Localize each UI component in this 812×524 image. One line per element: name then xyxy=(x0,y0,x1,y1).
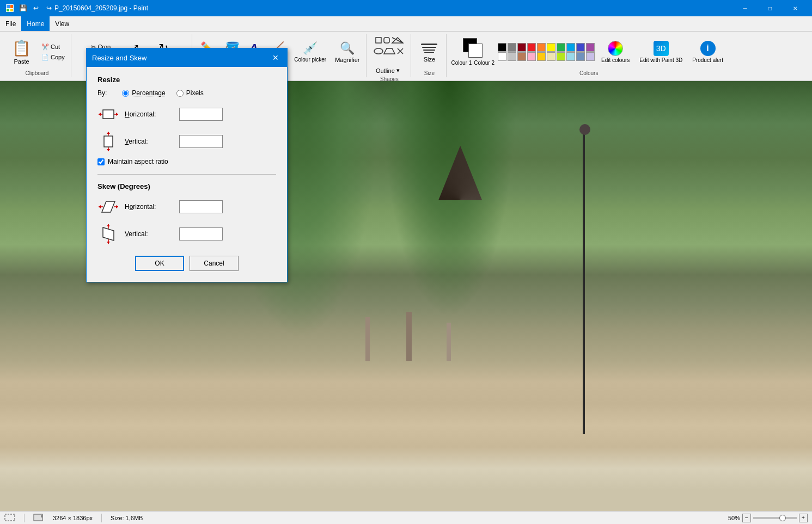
by-label: By: xyxy=(97,89,107,97)
skew-horizontal-row: Horizontal: 0 xyxy=(97,196,276,218)
maintain-aspect-label: Maintain aspect ratio xyxy=(108,158,168,165)
svg-marker-31 xyxy=(107,242,110,244)
svg-marker-27 xyxy=(102,201,115,212)
vertical-resize-row: Vertical: 100 xyxy=(97,131,276,152)
svg-marker-15 xyxy=(99,113,101,116)
dialog-titlebar: Resize and Skew ✕ xyxy=(87,48,287,67)
svg-marker-32 xyxy=(103,227,114,241)
horizontal-resize-label: Horizontal: xyxy=(125,110,174,118)
cancel-button[interactable]: Cancel xyxy=(190,256,239,271)
dialog-divider xyxy=(97,174,276,175)
dialog-body: Resize By: Percentage Pixels xyxy=(87,67,287,282)
svg-marker-29 xyxy=(107,224,110,226)
maintain-aspect-row: Maintain aspect ratio xyxy=(97,158,276,165)
by-radio-group: By: Percentage Pixels xyxy=(97,89,276,97)
skew-section-title: Skew (Degrees) xyxy=(97,182,276,190)
svg-rect-18 xyxy=(104,136,113,147)
maintain-aspect-checkbox[interactable] xyxy=(97,158,105,165)
skew-horizontal-input[interactable]: 0 xyxy=(179,200,223,213)
ok-button[interactable]: OK xyxy=(135,256,184,271)
skew-horizontal-label: Horizontal: xyxy=(125,203,174,211)
svg-marker-17 xyxy=(116,113,118,116)
svg-rect-13 xyxy=(103,110,114,119)
pixels-radio[interactable] xyxy=(176,90,184,97)
resize-section-title: Resize xyxy=(97,76,276,84)
svg-marker-26 xyxy=(116,205,118,208)
horizontal-resize-row: Horizontal: 100 xyxy=(97,103,276,125)
skew-vertical-label: Vertical: xyxy=(125,230,174,238)
resize-skew-dialog: Resize and Skew ✕ Resize By: Percentage … xyxy=(86,48,288,282)
percentage-radio-label[interactable]: Percentage xyxy=(122,89,165,97)
skew-vertical-icon xyxy=(97,223,119,245)
vertical-resize-icon xyxy=(97,131,119,152)
dialog-buttons: OK Cancel xyxy=(97,256,276,271)
horizontal-resize-input[interactable]: 100 xyxy=(179,108,223,121)
skew-vertical-input[interactable]: 0 xyxy=(179,227,223,241)
vertical-resize-label: Vertical: xyxy=(125,138,174,145)
skew-vertical-row: Vertical: 0 xyxy=(97,223,276,245)
skew-horizontal-icon xyxy=(97,196,119,218)
vertical-resize-input[interactable]: 100 xyxy=(179,135,223,148)
horizontal-resize-icon xyxy=(97,103,119,125)
svg-marker-20 xyxy=(107,132,110,134)
svg-marker-24 xyxy=(99,205,101,208)
dialog-title: Resize and Skew xyxy=(92,54,146,62)
dialog-overlay: Resize and Skew ✕ Resize By: Percentage … xyxy=(0,0,812,524)
pixels-radio-label[interactable]: Pixels xyxy=(176,89,204,97)
dialog-close-button[interactable]: ✕ xyxy=(270,52,282,64)
svg-marker-22 xyxy=(107,149,110,151)
percentage-radio[interactable] xyxy=(122,90,129,97)
